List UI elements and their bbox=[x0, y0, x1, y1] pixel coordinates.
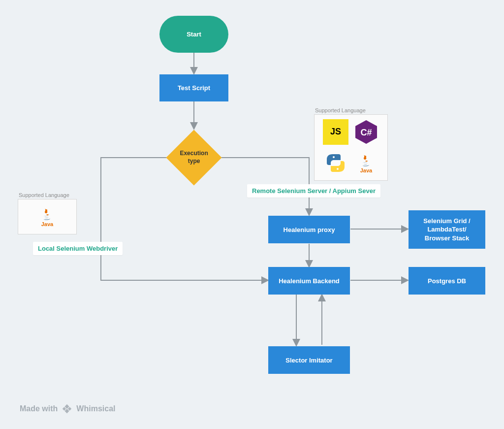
execution-type-node: Execution type bbox=[166, 130, 221, 185]
remote-server-label: Remote Selenium Server / Appium Sever bbox=[247, 184, 380, 198]
whimsical-logo-icon bbox=[62, 403, 72, 414]
supported-language-left-label: Supported Language bbox=[19, 192, 69, 198]
whimsical-brand-label: Whimsical bbox=[76, 404, 115, 413]
execution-type-label: Execution type bbox=[180, 150, 208, 165]
slector-imitator-node: Slector Imitator bbox=[268, 346, 350, 374]
test-script-node: Test Script bbox=[159, 74, 228, 101]
postgres-db-label: Postgres DB bbox=[428, 277, 466, 285]
csharp-icon: C# bbox=[353, 119, 379, 145]
supported-language-left-box: Java bbox=[18, 199, 77, 234]
supported-language-right-label: Supported Language bbox=[315, 107, 366, 113]
made-with-label: Made with bbox=[20, 404, 58, 413]
selenium-grid-node: Selenium Grid / LambdaTest/ Browser Stac… bbox=[409, 210, 485, 249]
selenium-grid-label: Selenium Grid / LambdaTest/ Browser Stac… bbox=[423, 217, 470, 243]
test-script-label: Test Script bbox=[178, 84, 210, 92]
healenium-proxy-node: Healenium proxy bbox=[268, 216, 350, 243]
python-icon bbox=[323, 150, 348, 176]
slector-imitator-label: Slector Imitator bbox=[285, 357, 332, 364]
local-webdriver-label: Local Selenium Webdriver bbox=[33, 242, 123, 255]
java-icon: Java bbox=[34, 204, 60, 230]
svg-text:C#: C# bbox=[360, 128, 372, 137]
supported-language-right-box: JS C# Java bbox=[314, 114, 388, 181]
start-node: Start bbox=[159, 16, 228, 53]
java-icon-right: Java bbox=[353, 150, 379, 176]
postgres-db-node: Postgres DB bbox=[409, 267, 485, 295]
start-label: Start bbox=[187, 31, 201, 38]
footer-attribution: Made with Whimsical bbox=[20, 403, 115, 414]
healenium-backend-label: Healenium Backend bbox=[279, 277, 340, 285]
healenium-proxy-label: Healenium proxy bbox=[284, 226, 335, 233]
js-icon: JS bbox=[323, 119, 348, 145]
healenium-backend-node: Healenium Backend bbox=[268, 267, 350, 295]
